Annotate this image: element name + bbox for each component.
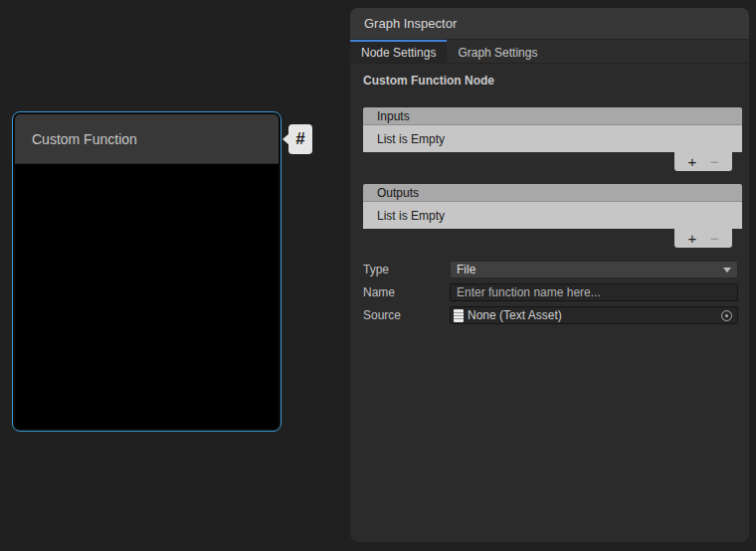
panel-title: Graph Inspector — [364, 16, 457, 31]
outputs-list-header: Outputs — [363, 184, 742, 202]
type-row: Type File — [363, 261, 742, 278]
outputs-list-footer-row: + − — [363, 229, 742, 248]
source-row: Source None (Text Asset) — [363, 306, 742, 324]
node-hash-badge[interactable]: # — [288, 124, 312, 154]
source-label: Source — [363, 308, 450, 322]
chevron-down-icon — [723, 268, 731, 273]
empty-text: List is Empty — [377, 209, 445, 223]
text-asset-icon — [454, 309, 464, 322]
inputs-list: Inputs List is Empty + − — [363, 107, 742, 171]
outputs-list-footer: + − — [674, 229, 732, 248]
node-title[interactable]: Custom Function — [15, 114, 279, 164]
add-output-button[interactable]: + — [687, 229, 696, 248]
outputs-list-empty-row: List is Empty — [363, 202, 742, 229]
inputs-list-footer: + − — [674, 152, 732, 171]
graph-inspector-panel: Graph Inspector Node Settings Graph Sett… — [350, 8, 749, 542]
node-body: Custom Function — [15, 114, 279, 429]
source-object-value: None (Text Asset) — [468, 308, 562, 322]
source-object-field[interactable]: None (Text Asset) — [450, 306, 738, 324]
inputs-list-footer-row: + − — [363, 152, 742, 171]
badge-tail-icon — [283, 133, 289, 145]
object-picker-button[interactable] — [718, 307, 734, 323]
inputs-list-empty-row: List is Empty — [363, 125, 742, 152]
custom-function-node[interactable]: Custom Function — [12, 111, 282, 432]
type-label: Type — [363, 263, 450, 276]
remove-input-button[interactable]: − — [710, 152, 719, 171]
property-rows: Type File Name Source None (Text Asset) — [363, 261, 742, 324]
inspector-content: Custom Function Node Inputs List is Empt… — [350, 64, 749, 324]
function-name-input[interactable] — [450, 283, 738, 301]
hash-icon: # — [295, 129, 304, 149]
tab-label: Node Settings — [361, 46, 436, 60]
panel-header: Graph Inspector — [350, 8, 749, 40]
name-label: Name — [363, 285, 450, 299]
tab-node-settings[interactable]: Node Settings — [350, 40, 447, 63]
outputs-list: Outputs List is Empty + − — [363, 184, 742, 248]
tab-graph-settings[interactable]: Graph Settings — [447, 40, 548, 63]
remove-output-button[interactable]: − — [710, 229, 719, 248]
type-dropdown[interactable]: File — [450, 261, 738, 278]
section-title: Custom Function Node — [363, 74, 742, 88]
inputs-list-header: Inputs — [363, 107, 742, 125]
object-picker-icon — [721, 310, 732, 321]
type-dropdown-value: File — [457, 263, 475, 276]
tab-label: Graph Settings — [458, 46, 537, 60]
add-input-button[interactable]: + — [687, 152, 696, 171]
tab-bar: Node Settings Graph Settings — [350, 40, 749, 64]
name-row: Name — [363, 283, 742, 301]
empty-text: List is Empty — [377, 132, 445, 146]
